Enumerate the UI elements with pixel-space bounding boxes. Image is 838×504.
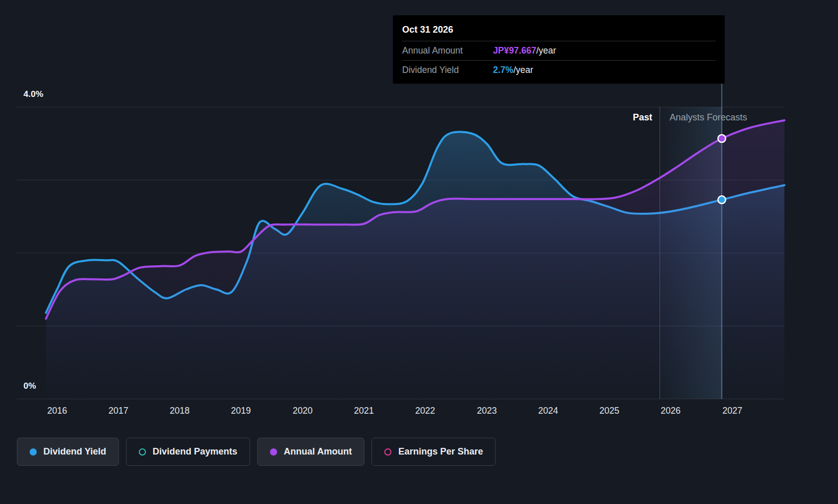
legend: Dividend Yield Dividend Payments Annual …	[17, 438, 496, 466]
marker-dividend-yield	[718, 196, 726, 204]
tooltip-suffix: /year	[513, 65, 533, 75]
past-region-label: Past	[541, 112, 652, 123]
y-axis-label-top: 4.0%	[23, 89, 43, 99]
x-tick-label: 2019	[231, 406, 251, 416]
marker-annual-amount	[718, 135, 726, 142]
tooltip: Oct 31 2026 Annual Amount JP¥97.667 /yea…	[393, 15, 725, 84]
annual-amount-dot-icon	[270, 448, 277, 456]
legend-label: Annual Amount	[284, 446, 352, 457]
tooltip-row-dividend-yield: Dividend Yield 2.7% /year	[402, 60, 716, 80]
tooltip-value: JP¥97.667	[493, 45, 536, 56]
x-tick-label: 2024	[538, 406, 558, 416]
legend-label: Earnings Per Share	[398, 446, 483, 457]
dividend-chart-page: 4.0% 0% Past Analysts Forecasts 20162017…	[0, 0, 838, 504]
x-tick-label: 2018	[170, 406, 190, 416]
legend-label: Dividend Yield	[43, 446, 106, 457]
tooltip-date: Oct 31 2026	[402, 20, 716, 41]
x-tick-label: 2016	[47, 406, 67, 416]
tooltip-value: 2.7%	[493, 65, 513, 75]
tooltip-suffix: /year	[536, 45, 556, 56]
x-tick-label: 2020	[293, 406, 313, 416]
legend-item-dividend-yield[interactable]: Dividend Yield	[17, 438, 119, 466]
tooltip-label: Annual Amount	[402, 45, 493, 56]
legend-item-dividend-payments[interactable]: Dividend Payments	[126, 438, 250, 466]
tooltip-label: Dividend Yield	[402, 65, 493, 75]
legend-label: Dividend Payments	[153, 446, 237, 457]
dividend-payments-circle-icon	[139, 448, 146, 456]
x-tick-label: 2017	[109, 406, 129, 416]
x-tick-label: 2026	[661, 406, 681, 416]
tooltip-row-annual-amount: Annual Amount JP¥97.667 /year	[402, 41, 716, 60]
x-tick-label: 2022	[415, 406, 435, 416]
x-tick-label: 2027	[723, 406, 743, 416]
y-axis-label-bottom: 0%	[23, 381, 36, 391]
x-tick-label: 2021	[354, 406, 374, 416]
earnings-per-share-circle-icon	[384, 448, 391, 456]
legend-item-earnings-per-share[interactable]: Earnings Per Share	[372, 438, 496, 466]
dividend-yield-dot-icon	[30, 448, 37, 456]
forecast-region-label: Analysts Forecasts	[670, 112, 747, 123]
x-tick-label: 2023	[477, 406, 497, 416]
x-tick-label: 2025	[600, 406, 620, 416]
legend-item-annual-amount[interactable]: Annual Amount	[257, 438, 364, 466]
